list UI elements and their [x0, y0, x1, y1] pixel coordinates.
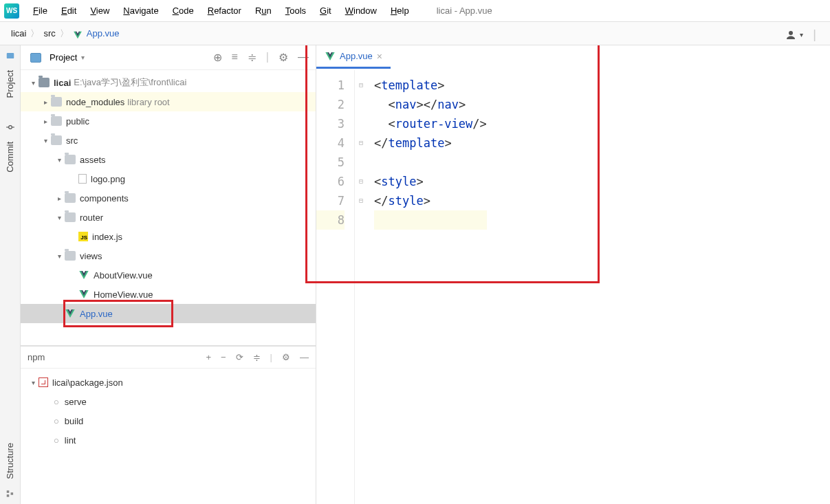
svg-point-0: [789, 31, 793, 35]
crumb-root[interactable]: licai: [11, 28, 26, 39]
remove-icon[interactable]: −: [221, 352, 226, 362]
tree-root-path: E:\java学习\盈利宝\front\licai: [74, 76, 186, 89]
folder-icon: [51, 116, 62, 126]
npm-script-serve[interactable]: ○serve: [21, 392, 316, 411]
tree-router[interactable]: ▾ router: [21, 208, 316, 227]
sidetab-project-label: Project: [3, 65, 17, 103]
tree-homeview[interactable]: HomeView.vue: [21, 285, 316, 304]
menu-tools[interactable]: Tools: [279, 6, 313, 16]
tree-label-library-root: library root: [127, 97, 169, 107]
npm-panel-title[interactable]: npm: [28, 352, 45, 362]
tab-label: App.vue: [340, 51, 373, 61]
tree-node-modules[interactable]: ▸ node_modules library root: [21, 92, 316, 111]
tree-label-node-modules: node_modules: [66, 97, 124, 107]
sidetab-commit[interactable]: Commit: [3, 122, 17, 178]
tree-label-about: AboutView.vue: [94, 270, 153, 281]
tree-public[interactable]: ▸ public: [21, 111, 316, 131]
folder-icon: [65, 155, 76, 164]
crumb-file[interactable]: App.vue: [87, 28, 120, 39]
npm-script-build[interactable]: ○build: [21, 411, 316, 430]
window-title: licai - App.vue: [437, 6, 492, 16]
tree-appvue[interactable]: App.vue: [21, 304, 316, 323]
collapse-icon[interactable]: ≑: [248, 51, 256, 64]
tree-label-indexjs: index.js: [92, 232, 122, 242]
svg-rect-1: [6, 53, 14, 58]
npm-script-label: serve: [65, 397, 87, 407]
gear-icon[interactable]: ⚙: [282, 352, 290, 362]
npm-script-lint[interactable]: ○lint: [21, 430, 316, 450]
add-icon[interactable]: +: [206, 352, 211, 362]
folder-icon: [51, 97, 62, 107]
gear-icon[interactable]: ⚙: [279, 51, 288, 64]
chevron-down-icon: ▾: [81, 54, 85, 61]
expand-icon[interactable]: ≡: [232, 51, 238, 64]
hide-icon[interactable]: —: [298, 51, 309, 64]
vue-icon: [65, 308, 76, 319]
menu-file[interactable]: File: [26, 6, 54, 16]
sidetab-structure[interactable]: Structure: [3, 437, 17, 498]
js-icon: JS: [78, 232, 88, 241]
npm-package[interactable]: ▾ licai\package.json: [21, 373, 316, 392]
menu-edit[interactable]: Edit: [54, 6, 83, 16]
collapse-icon[interactable]: ≑: [253, 352, 261, 362]
sidetab-commit-label: Commit: [3, 136, 17, 178]
gutter: 12 34 56 78: [316, 70, 355, 504]
svg-rect-5: [6, 490, 9, 493]
locate-icon[interactable]: ⊕: [213, 51, 222, 64]
folder-icon: [65, 193, 76, 203]
project-panel-label: Project: [50, 52, 77, 63]
tree-src[interactable]: ▾ src: [21, 131, 316, 150]
tree-root[interactable]: ▾ licai E:\java学习\盈利宝\front\licai: [21, 73, 316, 92]
folder-icon: [39, 78, 50, 87]
npm-script-label: lint: [65, 435, 76, 446]
tree-assets[interactable]: ▾ assets: [21, 150, 316, 169]
project-icon: [30, 53, 41, 63]
fold-gutter[interactable]: ⊟⊟⊟⊟: [355, 70, 367, 504]
menu-run[interactable]: Run: [248, 6, 279, 16]
npm-icon: [39, 377, 48, 387]
editor-tab-appvue[interactable]: App.vue ×: [316, 45, 391, 69]
crumb-src[interactable]: src: [43, 28, 55, 39]
menu-code[interactable]: Code: [166, 6, 201, 16]
crumb-sep: 〉: [26, 28, 43, 40]
image-icon: [78, 174, 87, 184]
menu-git[interactable]: Git: [313, 6, 338, 16]
tree-label-assets: assets: [80, 155, 106, 165]
menu-help[interactable]: Help: [384, 6, 416, 16]
refresh-icon[interactable]: ⟳: [236, 352, 243, 362]
code-editor[interactable]: 12 34 56 78 ⊟⊟⊟⊟ <template> <nav></nav> …: [316, 70, 830, 504]
crumb-sep: 〉: [56, 28, 73, 40]
svg-rect-7: [10, 492, 12, 495]
folder-icon: [65, 251, 76, 261]
menu-window[interactable]: Window: [338, 6, 384, 16]
tree-label-src: src: [66, 135, 78, 146]
hide-icon[interactable]: —: [300, 352, 309, 362]
tree-indexjs[interactable]: JS index.js: [21, 227, 316, 246]
vue-icon: [78, 289, 89, 300]
folder-icon: [65, 212, 76, 222]
tree-label-home: HomeView.vue: [94, 289, 153, 300]
code-area[interactable]: <template> <nav></nav> <router-view/> </…: [367, 70, 494, 504]
vue-icon: [325, 51, 336, 62]
close-icon[interactable]: ×: [377, 51, 382, 62]
tree-label-components: components: [80, 193, 129, 204]
npm-pkg-label: licai\package.json: [52, 377, 123, 388]
tree-logo[interactable]: logo.png: [21, 169, 316, 188]
svg-rect-6: [6, 494, 9, 497]
npm-script-label: build: [65, 416, 83, 426]
tree-label-public: public: [66, 116, 89, 127]
project-panel-title[interactable]: Project ▾: [28, 52, 85, 63]
sidetab-project[interactable]: Project: [3, 51, 17, 103]
menu-refactor[interactable]: Refactor: [201, 6, 248, 16]
menu-view[interactable]: View: [83, 6, 116, 16]
tree-root-name: licai: [54, 78, 71, 88]
user-menu[interactable]: ▾ |: [785, 28, 816, 42]
vue-icon: [78, 270, 89, 281]
tree-views[interactable]: ▾ views: [21, 246, 316, 265]
sidetab-structure-label: Structure: [3, 437, 17, 485]
tree-aboutview[interactable]: AboutView.vue: [21, 265, 316, 285]
tree-label-router: router: [80, 212, 103, 223]
menu-navigate[interactable]: Navigate: [116, 6, 165, 16]
tree-label-logo: logo.png: [91, 174, 125, 184]
tree-components[interactable]: ▸ components: [21, 188, 316, 208]
